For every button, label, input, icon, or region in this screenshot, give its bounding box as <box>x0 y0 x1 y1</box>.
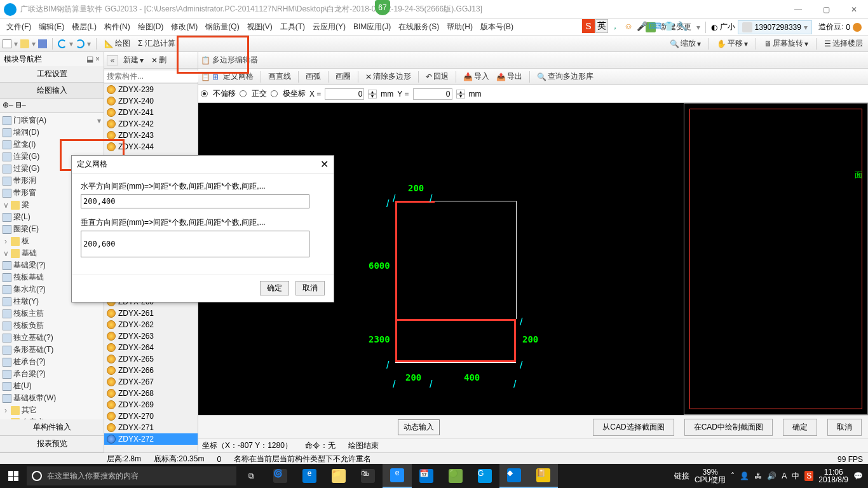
menu-view[interactable]: 视图(V) <box>243 20 276 34</box>
tray-network-icon[interactable]: 🖧 <box>754 471 762 480</box>
new-component-button[interactable]: 新建 ▾ <box>121 53 146 67</box>
menu-edit[interactable]: 编辑(E) <box>35 20 68 34</box>
scroll-left-icon[interactable]: « <box>107 55 118 65</box>
h-spacing-input[interactable] <box>81 194 309 208</box>
guangxiao[interactable]: 广小 <box>720 22 735 32</box>
taskbar-app1[interactable]: 🌀 <box>266 464 295 488</box>
pan-button[interactable]: ✋ 平移 ▾ <box>714 37 750 50</box>
tray-ime-a[interactable]: A <box>782 471 787 480</box>
menu-tool[interactable]: 工具(T) <box>276 20 309 34</box>
menu-draw[interactable]: 绘图(D) <box>134 20 168 34</box>
tray-up-icon[interactable]: ˄ <box>731 471 735 480</box>
menu-bim[interactable]: BIM应用(J) <box>349 20 395 34</box>
taskbar-ie[interactable]: e <box>383 464 412 488</box>
dialog-cancel-button[interactable]: 取消 <box>295 281 325 295</box>
menu-cloud[interactable]: 云应用(Y) <box>309 20 349 34</box>
tray-link[interactable]: 链接 <box>674 471 689 482</box>
notification-badge[interactable]: 67 <box>375 0 390 15</box>
tray-cpu[interactable]: 39%CPU使用 <box>695 468 726 484</box>
ime-mic-icon[interactable]: 🎤 <box>635 19 648 33</box>
x-input[interactable] <box>325 88 364 100</box>
cad-select-button[interactable]: 从CAD选择截面图 <box>593 419 674 436</box>
expand-icon[interactable]: ⊕– <box>3 100 13 109</box>
search-lib-button[interactable]: 🔍 查询多边形库 <box>534 70 596 83</box>
taskbar-app2[interactable]: 🟢 <box>441 464 470 488</box>
canvas-statusbar: 坐标（X：-807 Y：1280） 命令：无 绘图结束 <box>198 438 868 452</box>
zoom-button[interactable]: 🔍 缩放 ▾ <box>667 37 703 50</box>
ime-s-icon[interactable]: S <box>582 19 595 33</box>
minimize-button[interactable] <box>784 0 812 19</box>
start-button[interactable] <box>0 464 27 488</box>
task-view-icon[interactable]: ⧉ <box>236 464 266 488</box>
del-component-button[interactable]: ✕ 删 <box>149 53 169 67</box>
ime-skin-icon[interactable]: 👕 <box>662 19 675 33</box>
sigma-button[interactable]: Σ 汇总计算 <box>135 37 178 50</box>
back-button[interactable]: ↶ 回退 <box>423 70 451 83</box>
redo-icon[interactable] <box>76 39 85 48</box>
import-button[interactable]: 📥 导入 <box>461 70 492 83</box>
cancel-button[interactable]: 取消 <box>827 419 862 436</box>
tray-clock[interactable]: 11:062018/8/9 <box>818 468 848 484</box>
dialog-ok-button[interactable]: 确定 <box>260 281 289 295</box>
cad-draw-button[interactable]: 在CAD中绘制截面图 <box>684 419 773 436</box>
ime-ying[interactable]: 英 <box>595 19 608 33</box>
v-spacing-input[interactable] <box>81 231 309 257</box>
ok-button[interactable]: 确定 <box>783 419 817 436</box>
panel-pin-icon[interactable]: ⬓ × <box>86 55 100 64</box>
tab-project-settings[interactable]: 工程设置 <box>0 66 104 83</box>
radio-ortho[interactable] <box>240 90 247 97</box>
taskbar-ggj[interactable]: ◆ <box>499 464 529 488</box>
taskbar-explorer[interactable]: 📁 <box>324 464 353 488</box>
taskbar-app3[interactable]: G <box>470 464 499 488</box>
tray-volume-icon[interactable]: 🔊 <box>767 471 776 480</box>
dynamic-input-button[interactable]: 动态输入 <box>398 419 440 435</box>
draw-arc-button[interactable]: 画弧 <box>303 70 323 83</box>
tab-report-preview[interactable]: 报表预览 <box>0 436 104 452</box>
status-z: 0 <box>217 455 221 464</box>
preview-note: 面 <box>855 170 862 180</box>
radio-no-offset[interactable] <box>201 90 208 97</box>
save-icon[interactable] <box>38 39 47 48</box>
taskbar-app4[interactable]: 📔 <box>529 464 558 488</box>
dialog-close-icon[interactable]: ✕ <box>320 158 329 170</box>
tab-draw-input[interactable]: 绘图输入 <box>0 83 104 99</box>
taskbar-edge[interactable]: e <box>295 464 324 488</box>
y-input[interactable] <box>413 88 452 100</box>
user-badge[interactable]: 13907298339 ▾ <box>738 20 812 34</box>
undo-icon[interactable] <box>58 39 67 48</box>
ime-keyboard-icon[interactable]: ⌨ <box>649 19 661 33</box>
menu-modify[interactable]: 修改(M) <box>167 20 201 34</box>
menu-rebar[interactable]: 钢筋量(Q) <box>201 20 243 34</box>
tab-single-input[interactable]: 单构件输入 <box>0 419 104 436</box>
taskbar-search[interactable]: 在这里输入你要搜索的内容 <box>27 466 236 485</box>
taskbar-store[interactable]: 🛍 <box>353 464 383 488</box>
tray-people-icon[interactable]: 👤 <box>740 471 749 480</box>
tray-ime-zh[interactable]: 中 <box>792 471 799 482</box>
export-button[interactable]: 📤 导出 <box>494 70 525 83</box>
draw-button[interactable]: 📐 绘图 <box>102 37 133 50</box>
ime-smile-icon[interactable]: ☺ <box>622 19 635 33</box>
status-floor-height: 层高:2.8m <box>107 454 141 464</box>
menu-version[interactable]: 版本号(B) <box>477 20 517 34</box>
collapse-icon[interactable]: ⊟– <box>15 100 26 109</box>
menu-online[interactable]: 在线服务(S) <box>395 20 443 34</box>
open-icon[interactable] <box>20 39 29 48</box>
clear-poly-button[interactable]: ✕ 清除多边形 <box>363 70 414 83</box>
menu-component[interactable]: 构件(N) <box>100 20 134 34</box>
screen-rotate-button[interactable]: 🖥 屏幕旋转 ▾ <box>761 37 811 50</box>
restore-button[interactable] <box>812 0 840 19</box>
ime-comma-icon[interactable]: ， <box>609 19 621 33</box>
taskbar-calendar[interactable]: 📅 <box>412 464 441 488</box>
menu-floor[interactable]: 楼层(L) <box>68 20 100 34</box>
select-floor-button[interactable]: ☰ 选择楼层 <box>822 37 865 50</box>
draw-line-button[interactable]: 画直线 <box>266 70 294 83</box>
close-button[interactable] <box>840 0 868 19</box>
draw-rect-button[interactable]: 画圈 <box>333 70 353 83</box>
radio-polar[interactable] <box>271 90 278 97</box>
new-icon[interactable] <box>3 39 11 48</box>
tray-notifications-icon[interactable]: 💬 <box>853 471 863 480</box>
menu-help[interactable]: 帮助(H) <box>443 20 477 34</box>
tray-s-icon[interactable]: S <box>804 471 813 481</box>
ime-tool-icon[interactable]: 🔧 <box>675 19 688 33</box>
menu-file[interactable]: 文件(F) <box>3 20 35 34</box>
